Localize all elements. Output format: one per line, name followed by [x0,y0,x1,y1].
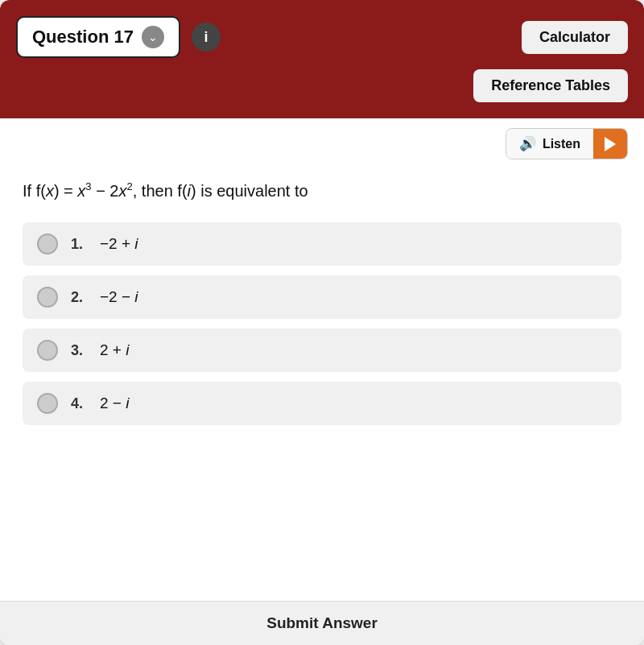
listen-bar: 🔊 Listen [0,118,644,163]
radio-4[interactable] [37,393,58,414]
header-bottom: Reference Tables [16,69,628,102]
speaker-icon: 🔊 [519,135,536,152]
choice-number-1: 1. [71,236,87,253]
choice-item-1[interactable]: 1. −2 + i [23,222,621,266]
info-label: i [204,29,208,46]
footer: Submit Answer [0,601,644,645]
choices-list: 1. −2 + i 2. −2 − i 3. 2 + i 4. 2 − i [23,222,621,425]
calculator-button[interactable]: Calculator [522,21,628,54]
info-icon[interactable]: i [192,23,221,52]
header-left: Question 17 ⌄ i [16,16,221,58]
choice-number-4: 4. [71,395,87,412]
choice-number-2: 2. [71,289,87,306]
choice-item-4[interactable]: 4. 2 − i [23,382,621,425]
choice-item-3[interactable]: 3. 2 + i [23,329,621,372]
radio-3[interactable] [37,340,58,361]
question-label: Question 17 [32,27,134,48]
choice-text-1: −2 + i [100,235,138,253]
radio-1[interactable] [37,234,58,254]
choice-text-4: 2 − i [100,395,129,412]
question-text: If f(x) = x3 − 2x2, then f(i) is equival… [23,179,621,203]
choice-text-2: −2 − i [100,288,138,306]
choice-text-3: 2 + i [100,341,129,359]
radio-2[interactable] [37,287,58,308]
choice-number-3: 3. [71,342,87,359]
question-selector[interactable]: Question 17 ⌄ [16,16,180,58]
listen-label: Listen [543,137,580,151]
chevron-down-icon: ⌄ [142,26,164,48]
listen-button[interactable]: 🔊 Listen [506,129,593,159]
choice-item-2[interactable]: 2. −2 − i [23,275,621,319]
reference-tables-button[interactable]: Reference Tables [473,69,628,102]
play-icon [605,137,616,151]
header-top: Question 17 ⌄ i Calculator [16,16,628,58]
listen-container: 🔊 Listen [506,128,628,159]
header: Question 17 ⌄ i Calculator Reference Tab… [0,0,644,118]
question-content: If f(x) = x3 − 2x2, then f(i) is equival… [0,163,644,601]
play-button[interactable] [593,129,627,159]
app-container: Question 17 ⌄ i Calculator Reference Tab… [0,0,644,645]
submit-answer-button[interactable]: Submit Answer [13,614,631,632]
